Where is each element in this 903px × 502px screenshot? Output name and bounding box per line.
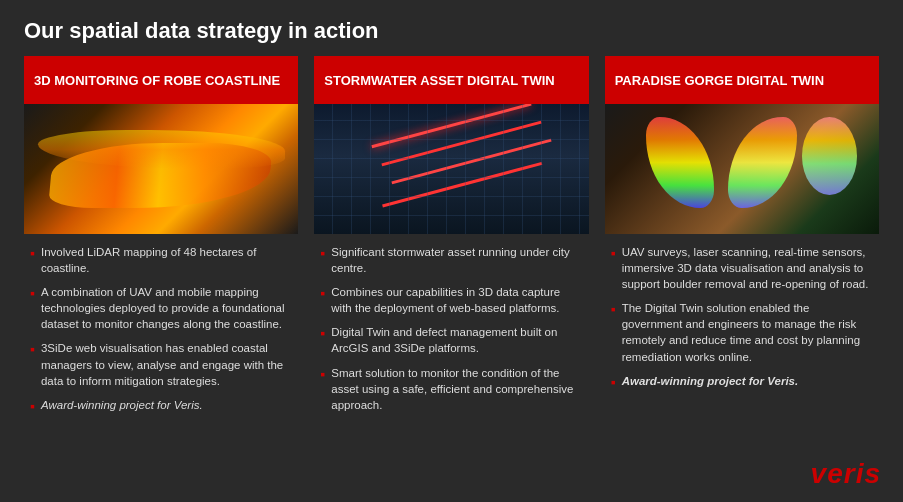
card-header-stormwater: STORMWATER ASSET DIGITAL TWIN: [314, 56, 588, 104]
bullet-icon: ▪: [320, 284, 325, 304]
list-item: ▪Involved LiDAR mapping of 48 hectares o…: [30, 244, 292, 276]
bullet-text: Smart solution to monitor the condition …: [331, 365, 582, 413]
bullet-list-stormwater: ▪Significant stormwater asset running un…: [320, 244, 582, 413]
card-header-gorge: PARADISE GORGE DIGITAL TWIN: [605, 56, 879, 104]
bullet-text: A combination of UAV and mobile mapping …: [41, 284, 292, 332]
list-item: ▪3SiDe web visualisation has enabled coa…: [30, 340, 292, 388]
bullet-icon: ▪: [611, 300, 616, 320]
bullet-icon: ▪: [611, 244, 616, 264]
bullet-icon: ▪: [30, 340, 35, 360]
bullet-text: Digital Twin and defect management built…: [331, 324, 582, 356]
bullet-text: UAV surveys, laser scanning, real-time s…: [622, 244, 873, 292]
card-body-stormwater: ▪Significant stormwater asset running un…: [314, 234, 588, 427]
bullet-text: 3SiDe web visualisation has enabled coas…: [41, 340, 292, 388]
bullet-icon: ▪: [30, 244, 35, 264]
bullet-list-lidar: ▪Involved LiDAR mapping of 48 hectares o…: [30, 244, 292, 416]
card-gorge: PARADISE GORGE DIGITAL TWIN▪UAV surveys,…: [605, 56, 879, 430]
list-item: ▪Award-winning project for Veris.: [611, 373, 873, 393]
card-stormwater: STORMWATER ASSET DIGITAL TWIN▪Significan…: [314, 56, 588, 430]
list-item: ▪Significant stormwater asset running un…: [320, 244, 582, 276]
list-item: ▪UAV surveys, laser scanning, real-time …: [611, 244, 873, 292]
list-item: ▪A combination of UAV and mobile mapping…: [30, 284, 292, 332]
list-item: ▪Smart solution to monitor the condition…: [320, 365, 582, 413]
bullet-text: Award-winning project for Veris.: [622, 373, 799, 389]
list-item: ▪Combines our capabilities in 3D data ca…: [320, 284, 582, 316]
card-image-gorge: [605, 104, 879, 234]
bullet-icon: ▪: [320, 365, 325, 385]
bullet-icon: ▪: [30, 397, 35, 417]
bullet-text: Combines our capabilities in 3D data cap…: [331, 284, 582, 316]
card-image-lidar: [24, 104, 298, 234]
card-header-lidar: 3D MONITORING OF ROBE COASTLINE: [24, 56, 298, 104]
bullet-list-gorge: ▪UAV surveys, laser scanning, real-time …: [611, 244, 873, 392]
card-body-lidar: ▪Involved LiDAR mapping of 48 hectares o…: [24, 234, 298, 430]
list-item: ▪Digital Twin and defect management buil…: [320, 324, 582, 356]
bullet-icon: ▪: [320, 244, 325, 264]
bullet-text: Award-winning project for Veris.: [41, 397, 203, 413]
card-image-stormwater: [314, 104, 588, 234]
bullet-icon: ▪: [30, 284, 35, 304]
bullet-text: Significant stormwater asset running und…: [331, 244, 582, 276]
veris-logo: veris: [811, 458, 881, 490]
bullet-text: Involved LiDAR mapping of 48 hectares of…: [41, 244, 292, 276]
card-body-gorge: ▪UAV surveys, laser scanning, real-time …: [605, 234, 879, 406]
page-title: Our spatial data strategy in action: [0, 0, 903, 56]
list-item: ▪The Digital Twin solution enabled the g…: [611, 300, 873, 364]
bullet-text: The Digital Twin solution enabled the go…: [622, 300, 873, 364]
card-lidar: 3D MONITORING OF ROBE COASTLINE▪Involved…: [24, 56, 298, 430]
bullet-icon: ▪: [611, 373, 616, 393]
cards-container: 3D MONITORING OF ROBE COASTLINE▪Involved…: [0, 56, 903, 430]
list-item: ▪Award-winning project for Veris.: [30, 397, 292, 417]
bullet-icon: ▪: [320, 324, 325, 344]
